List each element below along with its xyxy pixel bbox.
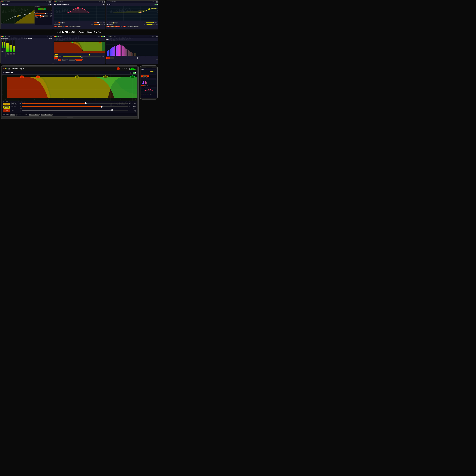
high-shelf-btn[interactable]: High Shelf: [75, 26, 81, 27]
toggle-pill[interactable]: [50, 4, 52, 5]
band-4[interactable]: 4: [63, 22, 65, 23]
autoeq-gain-slider[interactable]: [147, 24, 155, 25]
autoeq-autoeq-btn[interactable]: AutoEQ: [116, 26, 120, 27]
phone-flat-btn[interactable]: Flat: [141, 75, 143, 77]
laptop-xover-toggle[interactable]: [133, 72, 136, 74]
list-icon[interactable]: ≡: [45, 1, 46, 2]
rta-info-icon[interactable]: ⓘ: [153, 36, 154, 37]
xover-lp-slider[interactable]: [63, 56, 101, 57]
xover-toggle[interactable]: [102, 36, 105, 37]
autoeq-settings-icon[interactable]: ⚙: [152, 1, 153, 2]
xover-gain-slider[interactable]: [63, 58, 101, 58]
xover-maximize-dot[interactable]: [56, 36, 57, 37]
autoeq-freq-slider[interactable]: [146, 22, 155, 23]
headroom-minimize-dot[interactable]: [2, 36, 3, 37]
laptop-lp-slider[interactable]: [22, 106, 128, 107]
eq-toggle-pill[interactable]: [102, 4, 105, 5]
headroom-maximize-dot[interactable]: [3, 36, 4, 37]
eq-minimize-dot[interactable]: [55, 1, 56, 2]
autoeq-band-8[interactable]: 8: [111, 24, 113, 25]
autoeq-band-6[interactable]: 6: [108, 24, 110, 25]
autoeq-band-3[interactable]: 3: [114, 22, 116, 23]
laptop-home-icon[interactable]: ⌂: [121, 68, 121, 70]
autoeq-band-2[interactable]: 2: [113, 22, 114, 23]
slow-btn[interactable]: Slow: [106, 57, 110, 59]
eq-settings-icon[interactable]: ⚙: [99, 1, 100, 2]
graph-offset-slider[interactable]: [120, 58, 155, 58]
laptop-highs-btn[interactable]: Highs: [3, 103, 10, 105]
eq-info-icon[interactable]: ⓘ: [101, 1, 102, 3]
lock-icon[interactable]: 🔓: [130, 72, 132, 73]
eq-close-dot[interactable]: [54, 1, 55, 2]
laptop-lows-btn[interactable]: Lows: [3, 109, 10, 112]
xover-minimize-dot[interactable]: [55, 36, 56, 37]
headroom-close-dot[interactable]: [1, 36, 2, 37]
phone-slow-btn[interactable]: Slow: [141, 85, 144, 86]
phone-autoeq-btn[interactable]: AutoEQ: [146, 75, 149, 77]
autoeq-close-dot[interactable]: [107, 1, 107, 2]
lp-chevron-right[interactable]: ►: [129, 106, 130, 107]
linkwitz-btn[interactable]: Linkwitz Riley 48dBo/...: [75, 59, 82, 61]
flat-btn[interactable]: Flat: [54, 26, 57, 27]
freq-slider[interactable]: [94, 22, 102, 23]
autoeq-home-icon[interactable]: ⌂: [150, 1, 150, 2]
autoeq-low-shelf-btn[interactable]: Low Shelf: [127, 26, 132, 27]
xover-settings-icon[interactable]: ⚙: [98, 36, 99, 37]
autoeq-minimize-dot[interactable]: [108, 1, 108, 2]
home-icon[interactable]: ⌂: [44, 1, 45, 2]
gain-chevron-left[interactable]: ◄: [20, 109, 21, 111]
highs-band-btn[interactable]: Highs: [54, 54, 58, 55]
xover-info-icon[interactable]: ⓘ: [99, 36, 100, 37]
rta-minimize-dot[interactable]: [108, 36, 108, 37]
rta-settings-icon[interactable]: ⚙: [152, 36, 153, 37]
headroom-info-icon[interactable]: ⓘ: [51, 36, 52, 37]
rta-maximize-dot[interactable]: [109, 36, 109, 37]
autoeq-bell-btn[interactable]: Bell: [123, 26, 126, 27]
laptop-inverted-btn[interactable]: Inverted: [16, 114, 22, 116]
band-8[interactable]: 8: [59, 24, 60, 25]
high-mute-btn[interactable]: Mute: [13, 53, 15, 55]
butterworth-btn[interactable]: Butterworth 12dBo/...: [68, 59, 75, 61]
gain-slider[interactable]: [94, 24, 103, 25]
laptop-maximize-dot[interactable]: [6, 68, 7, 69]
hp-chevron-left[interactable]: ◄: [20, 103, 21, 104]
eq-maximize-dot[interactable]: [56, 1, 57, 2]
laptop-info-icon[interactable]: ⓘ: [126, 68, 128, 70]
phone-fast-btn[interactable]: Fast: [144, 85, 146, 86]
autoeq-band-1[interactable]: 1: [111, 22, 113, 23]
laptop-gain-slider[interactable]: [22, 110, 128, 111]
threshold-slider[interactable]: [35, 13, 48, 14]
lp-chevron-left[interactable]: ◄: [20, 106, 21, 107]
inverted-btn[interactable]: Inverted: [62, 59, 66, 61]
band-3[interactable]: 3: [62, 22, 63, 23]
gain-chevron-right[interactable]: ►: [129, 109, 130, 111]
autoeq-list-icon[interactable]: ≡: [151, 1, 151, 2]
linkwitz-select[interactable]: Linkwitz Riley 48dBo/...: [41, 114, 53, 116]
hp-chevron-right[interactable]: ►: [129, 103, 130, 104]
mid-mute-btn[interactable]: Mute: [10, 53, 12, 55]
laptop-settings-icon[interactable]: ⚙: [124, 68, 126, 70]
xover-close-dot[interactable]: [54, 36, 55, 37]
band-7[interactable]: 7: [57, 24, 59, 25]
xover-home-icon[interactable]: ⌂: [96, 36, 96, 37]
bell-btn[interactable]: Bell: [65, 26, 68, 27]
autoeq-high-shelf-btn[interactable]: High Shelf: [133, 26, 139, 27]
band-1[interactable]: 1: [58, 22, 60, 23]
close-dot[interactable]: [1, 1, 2, 2]
laptop-trackpad[interactable]: [67, 118, 73, 118]
mute-l-btn[interactable]: Mute: [1, 51, 4, 52]
autoeq-band-5[interactable]: 5: [106, 24, 108, 25]
rta-close-dot[interactable]: [107, 36, 107, 37]
band-5[interactable]: 5: [54, 24, 55, 25]
butterworth-select[interactable]: Butterworth 12dBo/...: [29, 114, 40, 116]
mids-band-btn[interactable]: Mids: [54, 56, 58, 57]
autoeq-manual-btn[interactable]: Manual: [110, 26, 115, 27]
xover-list-icon[interactable]: ≡: [97, 36, 97, 37]
low-shelf-btn[interactable]: Low Shelf: [69, 26, 74, 27]
rta-home-icon[interactable]: ⌂: [150, 36, 150, 37]
eq-home-icon[interactable]: ⌂: [97, 1, 97, 2]
headroom-settings-icon[interactable]: ⚙: [50, 36, 51, 37]
minimize-dot[interactable]: [2, 1, 3, 2]
band-6[interactable]: 6: [55, 24, 57, 25]
xover-lock-icon[interactable]: 🔓: [101, 36, 102, 37]
